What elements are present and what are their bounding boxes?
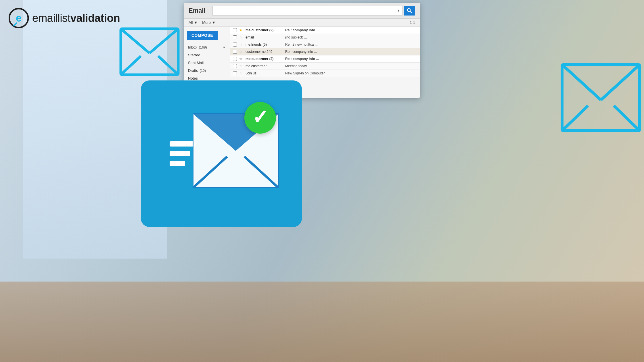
card-line-2 [170,151,190,156]
svg-line-3 [121,29,150,53]
row-checkbox[interactable] [233,57,237,61]
card-line-1 [170,141,195,147]
page-count: 1-1 [410,20,415,25]
search-input[interactable] [212,6,402,16]
row-checkbox[interactable] [233,28,237,32]
table-row[interactable]: ☆ me,friends (6) Re : 2 new notiftca ... [230,41,420,48]
svg-line-5 [121,56,141,75]
check-icon: ✓ [252,107,269,127]
table-row[interactable]: ☆ email (no subject) ... [230,34,420,41]
validation-card: ✓ [141,80,302,227]
more-dropdown-arrow: ▼ [212,20,216,25]
card-envelope-wrap: ✓ [161,99,282,208]
svg-line-13 [410,11,412,13]
sidebar-item-inbox[interactable]: Inbox (169) ▼ [184,43,230,51]
svg-line-11 [614,106,640,131]
inbox-expand-arrow: ▼ [223,46,226,49]
more-button[interactable]: More ▼ [202,20,216,25]
table-row[interactable]: ★ me,custormer (2) Re : company info ... [230,27,420,34]
row-checkbox[interactable] [233,71,237,75]
envelope-small-topleft [119,27,180,76]
card-lines [170,141,195,166]
card-line-3 [170,161,185,166]
svg-line-10 [562,106,588,131]
row-checkbox[interactable] [233,64,237,68]
compose-button[interactable]: COMPOSE [187,31,218,40]
star-empty-icon[interactable]: ☆ [239,43,243,47]
check-circle: ✓ [244,102,276,134]
logo: e emaillistvalidation [9,8,120,28]
sidebar-item-drafts[interactable]: Drafts (10) [184,67,230,74]
search-button[interactable] [404,6,415,16]
row-checkbox[interactable] [233,35,237,39]
table-row[interactable]: ☆ me,custormer Meeting today ... [230,63,420,70]
sidebar-item-sent[interactable]: Sent Mail [184,59,230,67]
panel-title: Email [189,7,206,14]
star-empty-icon[interactable]: ☆ [239,71,243,75]
star-empty-icon[interactable]: ☆ [239,57,243,61]
search-icon [407,8,412,13]
panel-toolbar: All ▼ More ▼ 1-1 [184,19,420,27]
table-row[interactable]: ☆ Join us New Sign-in on Computer ... [230,70,420,77]
logo-icon: e [9,8,29,28]
table-row[interactable]: ☆ custormer no.249 Re : company info ... [230,48,420,55]
svg-line-9 [601,65,640,100]
all-dropdown[interactable]: All ▼ [189,20,198,25]
table-row[interactable]: ☆ me,custormer (2) Re : company info ... [230,55,420,63]
search-dropdown-arrow[interactable]: ▼ [397,9,400,13]
svg-text:e: e [16,12,22,24]
svg-line-8 [562,65,601,100]
sidebar-item-starred[interactable]: Starred [184,51,230,59]
star-icon[interactable]: ★ [239,28,243,32]
search-bar: ▼ [212,6,415,16]
search-input-wrapper: ▼ [212,6,402,16]
svg-line-6 [158,56,178,75]
star-empty-icon[interactable]: ☆ [239,50,243,54]
star-empty-icon[interactable]: ☆ [239,35,243,39]
logo-text: emaillistvalidation [32,12,120,24]
panel-header: Email ▼ [184,3,420,19]
envelope-large-right [561,63,641,132]
star-empty-icon[interactable]: ☆ [239,64,243,68]
svg-line-4 [150,29,178,53]
row-checkbox[interactable] [233,43,237,47]
table-surface [0,282,644,362]
all-dropdown-arrow: ▼ [194,20,198,25]
row-checkbox[interactable] [233,50,237,54]
